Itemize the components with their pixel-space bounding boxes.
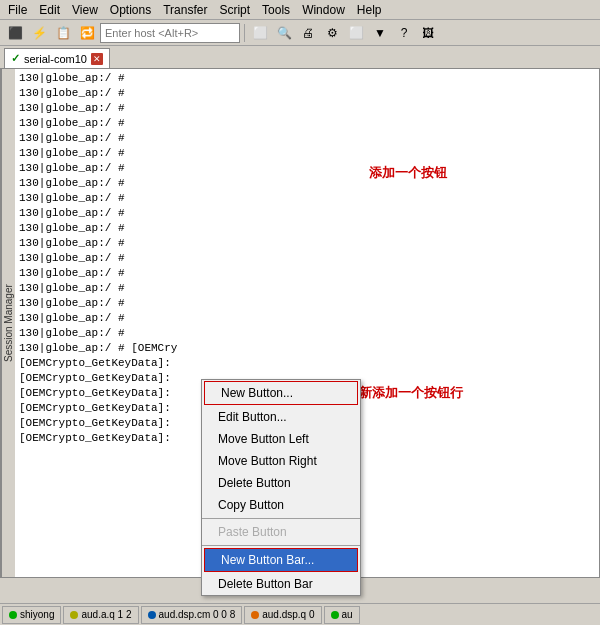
toolbar-btn-box[interactable]: ⬜ xyxy=(345,22,367,44)
toolbar-btn-copy2[interactable]: ⬜ xyxy=(249,22,271,44)
main-area: Session Manager 130|globe_ap:/ #130|glob… xyxy=(0,68,600,578)
status-label-2: aud.dsp.cm 0 0 8 xyxy=(159,609,236,620)
context-menu-separator-2 xyxy=(202,545,360,546)
terminal-line: 130|globe_ap:/ # xyxy=(19,296,595,311)
host-input[interactable] xyxy=(100,23,240,43)
status-dot-1 xyxy=(70,611,78,619)
toolbar-btn-print[interactable]: 🖨 xyxy=(297,22,319,44)
status-item-2[interactable]: aud.dsp.cm 0 0 8 xyxy=(141,606,243,624)
terminal-line: 130|globe_ap:/ # xyxy=(19,251,595,266)
status-label-1: aud.a.q 1 2 xyxy=(81,609,131,620)
status-item-1[interactable]: aud.a.q 1 2 xyxy=(63,606,138,624)
terminal-line: 130|globe_ap:/ # [OEMCry xyxy=(19,341,595,356)
tabbar: ✓ serial-com10 ✕ xyxy=(0,46,600,68)
toolbar-btn-search[interactable]: 🔍 xyxy=(273,22,295,44)
context-menu-item-8[interactable]: Delete Button Bar xyxy=(202,573,360,595)
toolbar-separator-1 xyxy=(244,24,245,42)
toolbar-btn-1[interactable]: ⬛ xyxy=(4,22,26,44)
context-menu-separator xyxy=(202,518,360,519)
terminal-line: 130|globe_ap:/ # xyxy=(19,326,595,341)
menu-tools[interactable]: Tools xyxy=(256,1,296,19)
toolbar-btn-settings[interactable]: ⚙ xyxy=(321,22,343,44)
terminal-line: 130|globe_ap:/ # xyxy=(19,236,595,251)
terminal-line: 130|globe_ap:/ # xyxy=(19,191,595,206)
terminal-line: 130|globe_ap:/ # xyxy=(19,206,595,221)
context-menu-item-0[interactable]: New Button... xyxy=(204,381,358,405)
terminal-line: 130|globe_ap:/ # xyxy=(19,116,595,131)
toolbar: ⬛ ⚡ 📋 🔁 ⬜ 🔍 🖨 ⚙ ⬜ ▼ ? 🖼 xyxy=(0,20,600,46)
terminal-line: 130|globe_ap:/ # xyxy=(19,281,595,296)
toolbar-btn-img[interactable]: 🖼 xyxy=(417,22,439,44)
status-item-3[interactable]: aud.dsp.q 0 xyxy=(244,606,321,624)
statusbar: shiyongaud.a.q 1 2aud.dsp.cm 0 0 8aud.ds… xyxy=(0,603,600,625)
status-item-0[interactable]: shiyong xyxy=(2,606,61,624)
terminal-line: 130|globe_ap:/ # xyxy=(19,176,595,191)
context-menu-item-1[interactable]: Edit Button... xyxy=(202,406,360,428)
status-dot-3 xyxy=(251,611,259,619)
terminal-line: 130|globe_ap:/ # xyxy=(19,146,595,161)
menu-transfer[interactable]: Transfer xyxy=(157,1,213,19)
session-sidebar[interactable]: Session Manager xyxy=(1,69,15,577)
tab-label: serial-com10 xyxy=(24,53,87,65)
terminal-line: 130|globe_ap:/ # xyxy=(19,221,595,236)
toolbar-btn-help[interactable]: ? xyxy=(393,22,415,44)
menu-window[interactable]: Window xyxy=(296,1,351,19)
menu-script[interactable]: Script xyxy=(213,1,256,19)
tab-close-button[interactable]: ✕ xyxy=(91,53,103,65)
terminal-line: 130|globe_ap:/ # xyxy=(19,71,595,86)
annotation-1: 添加一个按钮 xyxy=(369,164,447,182)
toolbar-btn-copy[interactable]: 📋 xyxy=(52,22,74,44)
menu-view[interactable]: View xyxy=(66,1,104,19)
menu-options[interactable]: Options xyxy=(104,1,157,19)
status-label-0: shiyong xyxy=(20,609,54,620)
toolbar-btn-refresh[interactable]: 🔁 xyxy=(76,22,98,44)
menu-edit[interactable]: Edit xyxy=(33,1,66,19)
tab-serial[interactable]: ✓ serial-com10 ✕ xyxy=(4,48,110,68)
status-item-4[interactable]: au xyxy=(324,606,360,624)
terminal-line: 130|globe_ap:/ # xyxy=(19,266,595,281)
terminal-line: 130|globe_ap:/ # xyxy=(19,86,595,101)
terminal-line: 130|globe_ap:/ # xyxy=(19,161,595,176)
status-dot-0 xyxy=(9,611,17,619)
terminal-line: 130|globe_ap:/ # xyxy=(19,311,595,326)
toolbar-btn-filter[interactable]: ▼ xyxy=(369,22,391,44)
menu-file[interactable]: File xyxy=(2,1,33,19)
terminal-line: [OEMCrypto_GetKeyData]: xyxy=(19,356,595,371)
status-label-4: au xyxy=(342,609,353,620)
context-menu: New Button...Edit Button...Move Button L… xyxy=(201,379,361,596)
toolbar-btn-lightning[interactable]: ⚡ xyxy=(28,22,50,44)
context-menu-item-5[interactable]: Copy Button xyxy=(202,494,360,516)
terminal-line: 130|globe_ap:/ # xyxy=(19,101,595,116)
context-menu-item-2[interactable]: Move Button Left xyxy=(202,428,360,450)
menubar: File Edit View Options Transfer Script T… xyxy=(0,0,600,20)
context-menu-item-7[interactable]: New Button Bar... xyxy=(204,548,358,572)
context-menu-item-3[interactable]: Move Button Right xyxy=(202,450,360,472)
annotation-2: 新添加一个按钮行 xyxy=(359,384,463,402)
context-menu-item-4[interactable]: Delete Button xyxy=(202,472,360,494)
status-dot-4 xyxy=(331,611,339,619)
status-dot-2 xyxy=(148,611,156,619)
status-label-3: aud.dsp.q 0 xyxy=(262,609,314,620)
terminal-line: 130|globe_ap:/ # xyxy=(19,131,595,146)
menu-help[interactable]: Help xyxy=(351,1,388,19)
tab-check-icon: ✓ xyxy=(11,52,20,65)
context-menu-item-6: Paste Button xyxy=(202,521,360,543)
